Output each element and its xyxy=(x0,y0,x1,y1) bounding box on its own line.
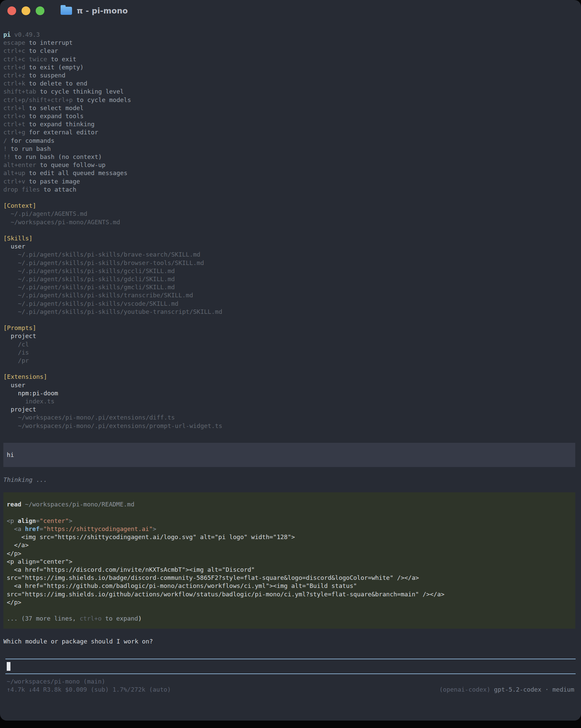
skills-group-user: user xyxy=(3,242,578,251)
expand-shortcut: ctrl+o xyxy=(80,615,102,622)
extensions-section: [Extensions] user npm:pi-doom index.ts p… xyxy=(3,373,578,430)
model-name: gpt-5.2-codex · medium xyxy=(494,686,574,693)
help-line: ctrl+t to expand thinking xyxy=(3,120,578,128)
help-line: escape to interrupt xyxy=(3,39,578,47)
help-line: ctrl+l to select model xyxy=(3,104,578,112)
blank-line xyxy=(3,226,578,234)
extension-npm-file: index.ts xyxy=(3,397,578,406)
code-line: <a href="https://discord.com/invite/nKXT… xyxy=(7,566,572,574)
context-section-label: [Context] xyxy=(3,202,578,210)
extensions-group-user: user xyxy=(3,381,578,389)
code-line: <p align="center"> xyxy=(7,517,572,525)
startup-help: pi v0.49.3 escape to interrupt ctrl+c to… xyxy=(3,31,578,193)
skill-path: ~/.pi/agent/skills/pi-skills/gccli/SKILL… xyxy=(3,267,578,275)
help-line: shift+tab to cycle thinking level xyxy=(3,87,578,96)
read-command: read xyxy=(7,501,25,508)
model-status: (openai-codex) gpt-5.2-codex · medium xyxy=(439,685,574,694)
help-line: ctrl+g for external editor xyxy=(3,128,578,136)
assistant-question: Which module or package should I work on… xyxy=(3,638,578,646)
code-line: </p> xyxy=(7,549,572,557)
skill-path: ~/.pi/agent/skills/pi-skills/vscode/SKIL… xyxy=(3,300,578,308)
token-cost-stats: ↑4.7k ↓44 R3.8k $0.009 (sub) 1.7%/272k (… xyxy=(7,685,171,694)
read-file-path: ~/workspaces/pi-mono/README.md xyxy=(25,501,134,508)
window-titlebar: π - pi-mono xyxy=(0,0,581,22)
prompt-item: /cl xyxy=(3,340,578,348)
minimize-window-button[interactable] xyxy=(22,6,30,15)
user-message-panel: hi xyxy=(3,443,575,467)
skills-section-label: [Skills] xyxy=(3,234,578,242)
skill-path: ~/.pi/agent/skills/pi-skills/youtube-tra… xyxy=(3,308,578,316)
help-line: drop files to attach xyxy=(3,185,578,193)
cwd-branch-status: ~/workspaces/pi-mono (main) xyxy=(7,677,574,685)
help-line: ! to run bash xyxy=(3,145,578,153)
code-line: <a href="https://github.com/badlogic/pi-… xyxy=(7,582,572,590)
tool-output-block: read ~/workspaces/pi-mono/README.md <p a… xyxy=(3,492,575,629)
terminal-window: π - pi-mono pi v0.49.3 escape to interru… xyxy=(0,0,581,721)
skill-path: ~/.pi/agent/skills/pi-skills/gdcli/SKILL… xyxy=(3,275,578,283)
code-line: <img src="https://shittycodingagent.ai/l… xyxy=(7,533,572,541)
blank-line xyxy=(3,316,578,324)
prompt-item: /is xyxy=(3,348,578,357)
terminal-content: pi v0.49.3 escape to interrupt ctrl+c to… xyxy=(0,31,581,694)
text-cursor xyxy=(7,662,10,671)
code-line: </p> xyxy=(7,598,572,606)
help-line: ctrl+d to exit (empty) xyxy=(3,63,578,71)
help-line: ctrl+o to expand tools xyxy=(3,112,578,120)
user-message-text: hi xyxy=(7,451,572,459)
app-version: v0.49.3 xyxy=(11,31,40,38)
blank-line xyxy=(3,365,578,373)
window-title: π - pi-mono xyxy=(77,6,128,15)
prompts-section: [Prompts] project /cl /is /pr xyxy=(3,324,578,365)
blank-line xyxy=(7,509,572,517)
status-row: ↑4.7k ↓44 R3.8k $0.009 (sub) 1.7%/272k (… xyxy=(7,685,574,694)
help-line: / for commands xyxy=(3,137,578,145)
skill-path: ~/.pi/agent/skills/pi-skills/brave-searc… xyxy=(3,251,578,259)
skills-section: [Skills] user ~/.pi/agent/skills/pi-skil… xyxy=(3,234,578,316)
extension-path: ~/workspaces/pi-mono/.pi/extensions/prom… xyxy=(3,422,578,430)
code-line: <p align="center"> xyxy=(7,557,572,566)
zoom-window-button[interactable] xyxy=(36,6,45,15)
status-bar: ~/workspaces/pi-mono (main) ↑4.7k ↓44 R3… xyxy=(3,677,578,694)
extension-npm-package: npm:pi-doom xyxy=(3,389,578,397)
help-line: alt+up to edit all queued messages xyxy=(3,169,578,177)
help-line: ctrl+v to paste image xyxy=(3,178,578,185)
truncation-notice: ... (37 more lines, ctrl+o to expand) xyxy=(7,615,572,623)
context-path: ~/workspaces/pi-mono/AGENTS.md xyxy=(3,218,578,226)
help-line: ctrl+p/shift+ctrl+p to cycle models xyxy=(3,96,578,104)
skill-path: ~/.pi/agent/skills/pi-skills/gmcli/SKILL… xyxy=(3,283,578,291)
skill-path: ~/.pi/agent/skills/pi-skills/browser-too… xyxy=(3,259,578,267)
read-command-line: read ~/workspaces/pi-mono/README.md xyxy=(7,500,572,509)
extension-path: ~/workspaces/pi-mono/.pi/extensions/diff… xyxy=(3,414,578,422)
help-line: !! to run bash (no context) xyxy=(3,153,578,161)
code-line: src="https://img.shields.io/badge/discor… xyxy=(7,574,572,582)
code-line: src="https://img.shields.io/github/actio… xyxy=(7,590,572,598)
blank-line xyxy=(7,606,572,615)
blank-line xyxy=(3,193,578,202)
extensions-group-project: project xyxy=(3,406,578,414)
context-path: ~/.pi/agent/AGENTS.md xyxy=(3,210,578,218)
close-window-button[interactable] xyxy=(7,6,16,15)
skill-path: ~/.pi/agent/skills/pi-skills/transcribe/… xyxy=(3,291,578,300)
help-line: ctrl+c to clear xyxy=(3,47,578,55)
code-line: <a href="https://shittycodingagent.ai"> xyxy=(7,525,572,533)
extensions-section-label: [Extensions] xyxy=(3,373,578,381)
prompts-group-project: project xyxy=(3,332,578,340)
help-line: ctrl+z to suspend xyxy=(3,71,578,79)
help-line: ctrl+k to delete to end xyxy=(3,79,578,87)
provider-name: (openai-codex) xyxy=(439,686,494,693)
app-banner: pi v0.49.3 xyxy=(3,31,578,39)
context-section: [Context] ~/.pi/agent/AGENTS.md ~/worksp… xyxy=(3,202,578,226)
prompts-section-label: [Prompts] xyxy=(3,324,578,332)
thinking-status: Thinking ... xyxy=(3,476,578,484)
app-name: pi xyxy=(3,31,11,38)
prompt-item: /pr xyxy=(3,357,578,365)
help-line: alt+enter to queue follow-up xyxy=(3,161,578,169)
help-line: ctrl+c twice to exit xyxy=(3,55,578,63)
code-line: </a> xyxy=(7,541,572,549)
message-input[interactable] xyxy=(5,659,576,674)
folder-icon xyxy=(60,7,72,15)
